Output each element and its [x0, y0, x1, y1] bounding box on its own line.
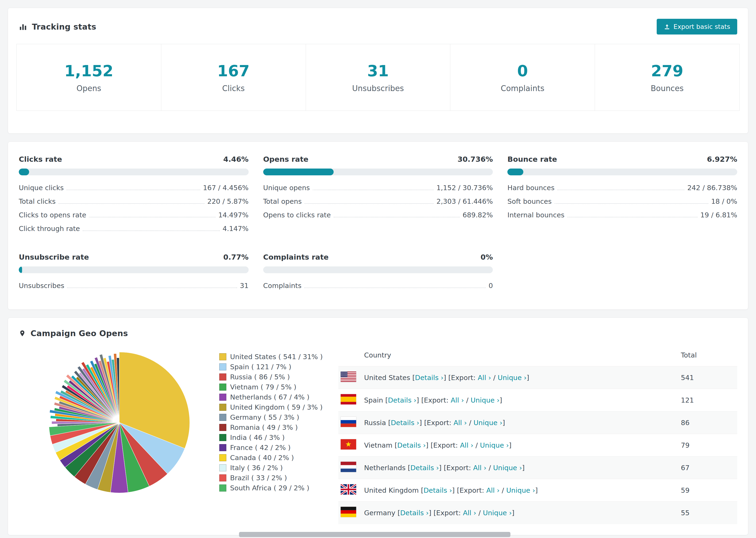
rate-value: 0% [481, 253, 493, 261]
stat-value: 167 [217, 62, 249, 80]
bracket: ] [512, 509, 514, 517]
rate-block: Bounce rate 6.927% Hard bounces 242 / 86… [507, 155, 737, 236]
legend-label: United Kingdom ( 59 / 3% ) [230, 403, 323, 411]
separator: / [476, 509, 483, 517]
rate-title: Complaints rate [263, 253, 329, 261]
export-unique-link[interactable]: Unique › [506, 486, 535, 494]
bracket: [ [395, 441, 397, 449]
rate-detail-row: Click through rate 4.147% [19, 222, 249, 236]
export-unique-link[interactable]: Unique › [483, 509, 512, 517]
geo-col-total: Total [678, 345, 737, 366]
legend-color-swatch [219, 384, 226, 391]
legend-item: Germany ( 55 / 3% ) [219, 412, 323, 422]
page: Tracking stats Export basic stats 1,152 … [0, 0, 756, 538]
rate-detail-label: Total clicks [19, 197, 56, 205]
export-basic-stats-button[interactable]: Export basic stats [657, 19, 737, 34]
export-unique-link[interactable]: Unique › [493, 464, 522, 472]
export-all-link[interactable]: All › [460, 441, 473, 449]
progress-track [19, 266, 249, 273]
bracket: ] [ [429, 509, 436, 517]
rate-detail-value: 0 [489, 282, 493, 290]
rate-value: 6.927% [707, 155, 737, 163]
details-link[interactable]: Details › [388, 396, 416, 404]
map-pin-icon [19, 329, 26, 338]
country-name: United Kingdom [364, 486, 421, 494]
rate-detail-value: 31 [240, 282, 249, 290]
export-unique-link[interactable]: Unique › [473, 419, 503, 427]
export-word: Export: [427, 419, 454, 427]
stat-label: Complaints [501, 84, 544, 93]
legend-label: India ( 46 / 3% ) [230, 434, 285, 442]
legend-label: Italy ( 36 / 2% ) [230, 464, 283, 472]
geo-table-row: Netherlands [Details ›] [Export: All › /… [338, 457, 737, 479]
export-unique-link[interactable]: Unique › [498, 374, 527, 382]
bracket: [ [421, 486, 423, 494]
geo-col-flag [338, 345, 362, 366]
legend-label: Canada ( 40 / 2% ) [230, 454, 294, 462]
rate-rows: Hard bounces 242 / 86.738% Soft bounces … [507, 181, 737, 222]
details-link[interactable]: Details › [415, 374, 444, 382]
geo-table-row: Spain [Details ›] [Export: All › / Uniqu… [338, 389, 737, 411]
rate-detail-label: Soft bounces [507, 197, 552, 205]
legend-item: Brazil ( 33 / 2% ) [219, 473, 323, 483]
stat-value: 0 [517, 62, 528, 80]
country-name: United States [364, 374, 412, 382]
dotted-leader [67, 190, 200, 190]
export-all-link[interactable]: All › [486, 486, 500, 494]
bracket: ] [ [444, 374, 451, 382]
legend-item: South Africa ( 29 / 2% ) [219, 483, 323, 493]
rate-detail-value: 689.82% [462, 211, 493, 219]
export-all-link[interactable]: All › [478, 374, 491, 382]
pie-chart-svg [46, 350, 192, 495]
rate-detail-row: Unique opens 1,152 / 30.736% [263, 181, 493, 194]
gb-flag-icon [341, 484, 356, 495]
rate-detail-value: 2,303 / 61.446% [436, 197, 493, 205]
horizontal-scrollbar-thumb[interactable] [239, 532, 511, 537]
export-unique-link[interactable]: Unique › [470, 396, 499, 404]
rate-value: 4.46% [223, 155, 249, 163]
export-unique-link[interactable]: Unique › [480, 441, 509, 449]
geo-table-wrap: Country Total United States [Details ›] … [338, 345, 737, 524]
country-total: 121 [678, 389, 737, 411]
country-total: 67 [678, 457, 737, 479]
legend-color-swatch [219, 404, 226, 411]
rate-detail-row: Internal bounces 19 / 6.81% [507, 208, 737, 222]
dotted-leader [67, 288, 237, 288]
rate-head: Clicks rate 4.46% [19, 155, 249, 163]
legend-color-swatch [219, 444, 226, 451]
geo-table-row: United Kingdom [Details ›] [Export: All … [338, 479, 737, 502]
dotted-leader [304, 203, 434, 204]
progress-fill [19, 266, 22, 273]
stat-label: Clicks [222, 84, 244, 93]
bracket: ] [509, 441, 512, 449]
dotted-leader [567, 217, 698, 217]
bracket: ] [ [419, 419, 427, 427]
details-link[interactable]: Details › [400, 509, 429, 517]
legend-color-swatch [219, 353, 226, 360]
rate-detail-label: Opens to clicks rate [263, 211, 331, 219]
bracket: ] [503, 419, 505, 427]
progress-track [19, 169, 249, 175]
separator: / [473, 441, 480, 449]
details-link[interactable]: Details › [397, 441, 426, 449]
legend-label: Russia ( 86 / 5% ) [230, 373, 290, 381]
legend-label: United States ( 541 / 31% ) [230, 353, 323, 361]
rate-block: Opens rate 30.736% Unique opens 1,152 / … [263, 155, 493, 236]
details-link[interactable]: Details › [423, 486, 452, 494]
rate-head: Complaints rate 0% [263, 253, 493, 261]
rate-detail-value: 18 / 0% [711, 197, 737, 205]
details-link[interactable]: Details › [410, 464, 439, 472]
details-link[interactable]: Details › [391, 419, 419, 427]
country-total: 86 [678, 411, 737, 434]
rate-detail-label: Click through rate [19, 225, 80, 233]
campaign-geo-opens-card: Campaign Geo Opens United States ( 541 /… [8, 318, 748, 535]
progress-fill [507, 169, 523, 175]
export-all-link[interactable]: All › [451, 396, 464, 404]
export-all-link[interactable]: All › [463, 509, 476, 517]
export-all-link[interactable]: All › [454, 419, 467, 427]
stat-value: 1,152 [64, 62, 113, 80]
legend-color-swatch [219, 484, 226, 492]
country-name: Netherlands [364, 464, 408, 472]
rate-rows: Unique clicks 167 / 4.456% Total clicks … [19, 181, 249, 236]
export-all-link[interactable]: All › [473, 464, 486, 472]
